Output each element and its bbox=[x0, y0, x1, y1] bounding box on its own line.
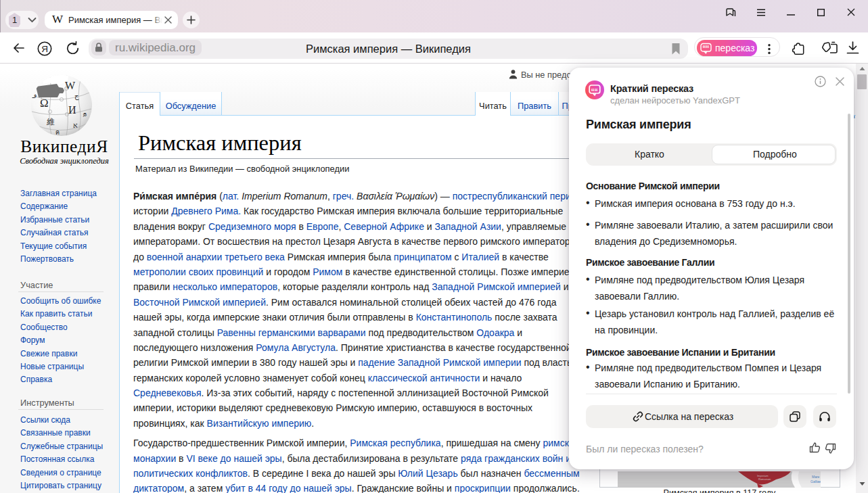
svg-text:W: W bbox=[65, 80, 76, 91]
svg-text:Ω: Ω bbox=[40, 97, 49, 110]
svg-text:Galliae: Galliae bbox=[810, 479, 821, 484]
svg-text:“: “ bbox=[706, 44, 710, 52]
svg-text:ف: ف bbox=[30, 92, 37, 99]
svg-text:Я: Я bbox=[41, 44, 48, 54]
svg-text:ค: ค bbox=[55, 129, 60, 136]
svg-text:א: א bbox=[73, 121, 78, 129]
svg-text:維: 維 bbox=[47, 117, 55, 126]
svg-text:Romanum: Romanum bbox=[758, 477, 771, 481]
svg-text:И: И bbox=[68, 104, 76, 116]
svg-text:Mare: Mare bbox=[812, 475, 820, 479]
svg-text:த: த bbox=[83, 110, 87, 117]
svg-text:“: “ bbox=[595, 87, 598, 95]
svg-text:ج: ج bbox=[74, 92, 79, 100]
